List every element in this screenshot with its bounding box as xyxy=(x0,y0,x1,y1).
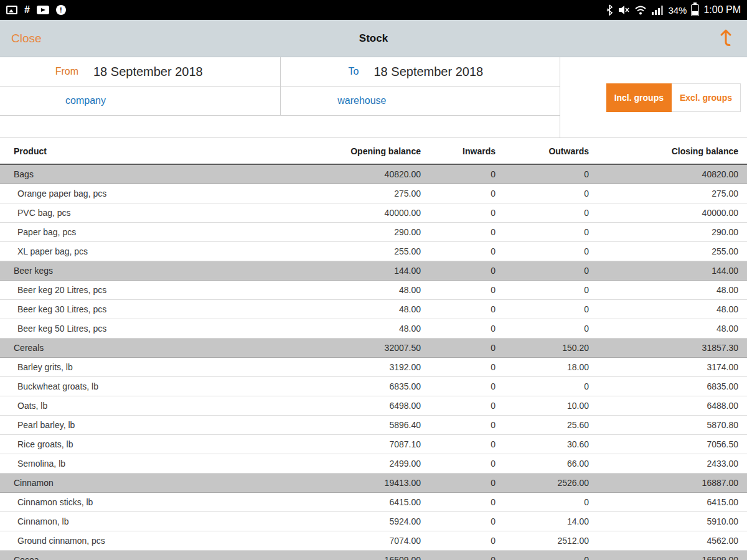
item-row[interactable]: Beer keg 30 Litres, pcs48.000048.00 xyxy=(0,299,747,319)
stock-table: Product Opening balance Inwards Outwards… xyxy=(0,138,747,560)
cell-closing: 5870.80 xyxy=(598,415,747,434)
item-row[interactable]: XL paper bag, pcs255.0000255.00 xyxy=(0,241,747,261)
cell-outwards: 150.20 xyxy=(504,338,598,357)
cell-closing: 40820.00 xyxy=(598,164,747,184)
item-row[interactable]: Pearl barley, lb5896.40025.605870.80 xyxy=(0,415,747,434)
incl-groups-button[interactable]: Incl. groups xyxy=(606,83,672,112)
item-row[interactable]: Cinnamon sticks, lb6415.00006415.00 xyxy=(0,492,747,511)
cell-closing: 16509.00 xyxy=(598,550,747,560)
cell-closing: 6415.00 xyxy=(598,492,747,511)
cell-inwards: 0 xyxy=(430,531,504,550)
item-row[interactable]: Beer keg 50 Litres, pcs48.000048.00 xyxy=(0,319,747,338)
cell-opening: 290.00 xyxy=(283,222,430,241)
cell-opening: 6498.00 xyxy=(283,396,430,415)
page-title: Stock xyxy=(0,32,747,45)
cell-product: Bags xyxy=(0,164,283,184)
item-row[interactable]: Cinnamon, lb5924.00014.005910.00 xyxy=(0,511,747,531)
group-row[interactable]: Cocoa16509.000016509.00 xyxy=(0,550,747,560)
cell-product: Oats, lb xyxy=(0,396,283,415)
cell-product: Beer keg 20 Litres, pcs xyxy=(0,280,283,299)
item-row[interactable]: Orange paper bag, pcs275.0000275.00 xyxy=(0,184,747,203)
warehouse-field[interactable]: warehouse xyxy=(280,86,560,115)
to-date-value[interactable]: 18 September 2018 xyxy=(374,65,484,79)
cell-opening: 48.00 xyxy=(283,280,430,299)
app-bar: Close Stock xyxy=(0,20,747,57)
cell-inwards: 0 xyxy=(430,511,504,531)
to-date-field[interactable]: To 18 September 2018 xyxy=(280,57,560,86)
item-row[interactable]: Barley grits, lb3192.00018.003174.00 xyxy=(0,357,747,376)
cell-inwards: 0 xyxy=(430,357,504,376)
cell-closing: 31857.30 xyxy=(598,338,747,357)
cell-inwards: 0 xyxy=(430,338,504,357)
cell-outwards: 0 xyxy=(504,164,598,184)
item-row[interactable]: Buckwheat groats, lb6835.00006835.00 xyxy=(0,376,747,396)
filters-spacer-row xyxy=(0,116,560,145)
cell-product: Barley grits, lb xyxy=(0,357,283,376)
cell-closing: 4562.00 xyxy=(598,531,747,550)
filters-grid: From 18 September 2018 To 18 September 2… xyxy=(0,57,560,138)
from-label: From xyxy=(0,66,93,77)
item-row[interactable]: Rice groats, lb7087.10030.607056.50 xyxy=(0,434,747,454)
cell-product: Beer keg 30 Litres, pcs xyxy=(0,299,283,319)
cell-outwards: 25.60 xyxy=(504,415,598,434)
cell-opening: 48.00 xyxy=(283,319,430,338)
export-up-arrow-icon[interactable] xyxy=(717,27,735,50)
from-date-value[interactable]: 18 September 2018 xyxy=(93,65,203,79)
item-row[interactable]: Paper bag, pcs290.0000290.00 xyxy=(0,222,747,241)
cell-outwards: 14.00 xyxy=(504,511,598,531)
cell-inwards: 0 xyxy=(430,454,504,473)
cell-closing: 6488.00 xyxy=(598,396,747,415)
filters-panel: From 18 September 2018 To 18 September 2… xyxy=(0,57,747,138)
cell-product: XL paper bag, pcs xyxy=(0,241,283,261)
group-row[interactable]: Cereals32007.500150.2031857.30 xyxy=(0,338,747,357)
warehouse-link[interactable]: warehouse xyxy=(281,95,387,106)
company-link[interactable]: company xyxy=(0,95,106,106)
cell-opening: 255.00 xyxy=(283,241,430,261)
cell-product: Beer kegs xyxy=(0,261,283,280)
cell-outwards: 0 xyxy=(504,492,598,511)
item-row[interactable]: Oats, lb6498.00010.006488.00 xyxy=(0,396,747,415)
cell-outwards: 0 xyxy=(504,550,598,560)
group-row[interactable]: Bags40820.000040820.00 xyxy=(0,164,747,184)
info-icon: ! xyxy=(56,5,66,15)
group-row[interactable]: Beer kegs144.0000144.00 xyxy=(0,261,747,280)
cell-product: Paper bag, pcs xyxy=(0,222,283,241)
cell-inwards: 0 xyxy=(430,550,504,560)
item-row[interactable]: Beer keg 20 Litres, pcs48.000048.00 xyxy=(0,280,747,299)
cell-inwards: 0 xyxy=(430,164,504,184)
excl-groups-button[interactable]: Excl. groups xyxy=(672,83,741,112)
company-field[interactable]: company xyxy=(0,86,280,115)
cell-opening: 40820.00 xyxy=(283,164,430,184)
close-button[interactable]: Close xyxy=(11,32,42,45)
cell-closing: 48.00 xyxy=(598,280,747,299)
cell-closing: 3174.00 xyxy=(598,357,747,376)
cell-inwards: 0 xyxy=(430,415,504,434)
from-date-field[interactable]: From 18 September 2018 xyxy=(0,57,280,86)
cell-closing: 16887.00 xyxy=(598,473,747,492)
cell-outwards: 0 xyxy=(504,222,598,241)
cell-inwards: 0 xyxy=(430,434,504,454)
cell-product: Cinnamon sticks, lb xyxy=(0,492,283,511)
battery-percent-label: 34% xyxy=(668,5,687,16)
item-row[interactable]: Ground cinnamon, pcs7074.0002512.004562.… xyxy=(0,531,747,550)
battery-icon xyxy=(691,4,699,16)
group-row[interactable]: Cinnamon19413.0002526.0016887.00 xyxy=(0,473,747,492)
cell-product: Semolina, lb xyxy=(0,454,283,473)
cell-closing: 7056.50 xyxy=(598,434,747,454)
cell-opening: 40000.00 xyxy=(283,203,430,222)
column-header-closing-balance: Closing balance xyxy=(598,138,747,164)
wifi-icon xyxy=(634,5,647,15)
clock-label: 1:00 PM xyxy=(703,4,741,16)
cell-product: Cereals xyxy=(0,338,283,357)
bluetooth-icon xyxy=(606,4,613,16)
cell-outwards: 2526.00 xyxy=(504,473,598,492)
cell-inwards: 0 xyxy=(430,319,504,338)
hash-icon: # xyxy=(24,4,30,16)
cell-closing: 48.00 xyxy=(598,319,747,338)
cell-outwards: 0 xyxy=(504,184,598,203)
cell-closing: 40000.00 xyxy=(598,203,747,222)
item-row[interactable]: Semolina, lb2499.00066.002433.00 xyxy=(0,454,747,473)
item-row[interactable]: PVC bag, pcs40000.000040000.00 xyxy=(0,203,747,222)
cell-closing: 275.00 xyxy=(598,184,747,203)
cell-product: Cinnamon, lb xyxy=(0,511,283,531)
